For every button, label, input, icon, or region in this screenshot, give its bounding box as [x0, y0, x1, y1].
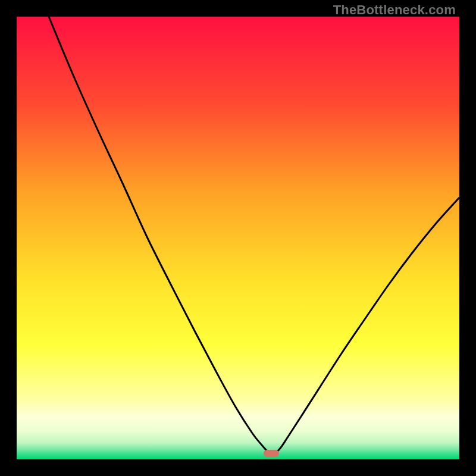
bottleneck-curve	[17, 17, 459, 459]
chart-plot-area	[17, 17, 459, 459]
chart-frame	[17, 17, 459, 459]
watermark-text: TheBottleneck.com	[333, 2, 456, 18]
optimum-marker	[264, 450, 279, 457]
